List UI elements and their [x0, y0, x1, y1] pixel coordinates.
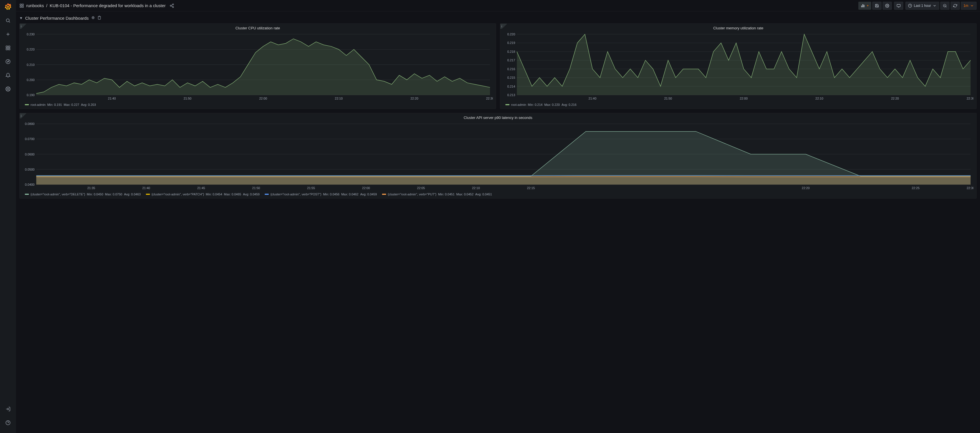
legend-name: {cluster="root-admin", verb="PATCH"}: [152, 192, 204, 196]
legend-min: Min: 0.191: [48, 103, 62, 106]
chevron-down-icon: [970, 4, 974, 8]
search-icon[interactable]: [3, 16, 13, 25]
svg-rect-16: [897, 4, 900, 6]
panel-cpu[interactable]: i Cluster CPU utilization rate 0.1900.20…: [19, 24, 496, 109]
panel-menu-icon[interactable]: i: [21, 114, 21, 117]
legend-min: Min: 0.0454: [206, 192, 222, 196]
signin-icon[interactable]: [3, 404, 13, 414]
add-panel-button[interactable]: +: [858, 2, 871, 10]
svg-text:21:50: 21:50: [664, 97, 672, 100]
svg-text:22:00: 22:00: [740, 97, 748, 100]
legend-item[interactable]: {cluster="root-admin", verb="DELETE"} Mi…: [25, 192, 141, 196]
refresh-interval-picker[interactable]: 1m: [961, 2, 977, 10]
svg-text:21:40: 21:40: [142, 186, 150, 190]
svg-rect-9: [22, 4, 24, 5]
sidebar: [0, 0, 16, 433]
row-title: Cluster Performance Dashboards: [25, 16, 89, 21]
panel-title: Cluster memory utilization rate: [500, 24, 976, 32]
svg-text:21:45: 21:45: [197, 186, 205, 190]
legend-avg: Avg: 0.216: [562, 103, 576, 106]
svg-text:22:05: 22:05: [417, 186, 425, 190]
row-settings-icon[interactable]: [91, 16, 95, 21]
time-range-picker[interactable]: Last 1 hour: [905, 2, 939, 10]
breadcrumb-folder[interactable]: runbooks: [26, 3, 44, 8]
cycle-view-button[interactable]: [894, 2, 903, 10]
svg-rect-11: [22, 6, 24, 8]
svg-point-19: [92, 17, 94, 18]
dashboard-grid-icon: [19, 3, 24, 8]
svg-text:0.200: 0.200: [27, 78, 35, 82]
legend-name: {cluster="root-admin", verb="PUT"}: [388, 192, 436, 196]
panel-api-latency[interactable]: i Cluster API server p90 latency in seco…: [19, 113, 977, 198]
legend-item[interactable]: {cluster="root-admin", verb="POST"} Min:…: [265, 192, 377, 196]
refresh-interval-label: 1m: [963, 4, 968, 8]
svg-point-14: [172, 6, 173, 8]
grafana-logo[interactable]: [3, 2, 13, 11]
alerting-icon[interactable]: [3, 71, 13, 80]
chevron-down-icon: ▾: [20, 16, 23, 21]
svg-rect-2: [9, 46, 10, 48]
panel-memory[interactable]: i Cluster memory utilization rate 0.2130…: [500, 24, 977, 109]
svg-text:0.0500: 0.0500: [25, 168, 35, 171]
svg-text:0.214: 0.214: [507, 85, 515, 88]
legend-item[interactable]: {cluster="root-admin", verb="PATCH"} Min…: [146, 192, 260, 196]
legend-swatch: [506, 104, 509, 105]
dashboards-icon[interactable]: [3, 43, 13, 52]
legend-avg: Avg: 0.0463: [124, 192, 141, 196]
time-range-label: Last 1 hour: [914, 4, 931, 8]
svg-text:0.190: 0.190: [27, 93, 35, 97]
legend-swatch: [382, 194, 386, 195]
legend-avg: Avg: 0.0459: [360, 192, 377, 196]
refresh-button[interactable]: [951, 2, 960, 10]
svg-text:21:35: 21:35: [88, 186, 95, 190]
svg-text:0.0800: 0.0800: [25, 122, 35, 125]
row-header[interactable]: ▾ Cluster Performance Dashboards: [19, 14, 977, 24]
help-icon[interactable]: [3, 418, 13, 427]
row-delete-icon[interactable]: [97, 16, 101, 21]
svg-point-15: [887, 5, 888, 6]
legend-swatch: [146, 194, 150, 195]
svg-text:21:50: 21:50: [184, 97, 192, 100]
svg-point-13: [170, 5, 171, 6]
svg-text:22:10: 22:10: [816, 97, 824, 100]
svg-text:22:00: 22:00: [259, 97, 267, 100]
panel-menu-icon[interactable]: i: [501, 25, 502, 28]
svg-text:0.210: 0.210: [27, 63, 35, 67]
svg-text:22:15: 22:15: [527, 186, 535, 190]
legend-max: Max: 0.227: [64, 103, 79, 106]
svg-text:0.219: 0.219: [507, 41, 515, 44]
plus-icon[interactable]: [3, 30, 13, 39]
breadcrumb: runbooks / KUB-0104 - Performance degrad…: [19, 3, 174, 8]
dashboard-settings-button[interactable]: [883, 2, 892, 10]
legend-swatch: [265, 194, 269, 195]
legend-avg: Avg: 0.0451: [475, 192, 492, 196]
chevron-down-icon: [932, 4, 937, 8]
legend-item[interactable]: root-admin Min: 0.214 Max: 0.220 Avg: 0.…: [506, 103, 576, 106]
save-dashboard-button[interactable]: [872, 2, 881, 10]
panel-menu-icon[interactable]: i: [21, 25, 21, 28]
svg-text:0.218: 0.218: [507, 50, 515, 53]
svg-text:0.220: 0.220: [27, 48, 35, 51]
svg-point-12: [172, 4, 173, 5]
svg-text:22:25: 22:25: [912, 186, 920, 190]
explore-icon[interactable]: [3, 57, 13, 66]
legend-avg: Avg: 0.0459: [243, 192, 260, 196]
share-icon[interactable]: [170, 3, 174, 8]
breadcrumb-title[interactable]: KUB-0104 - Performance degraded for work…: [50, 3, 165, 8]
svg-rect-8: [20, 4, 21, 5]
svg-text:22:20: 22:20: [802, 186, 810, 190]
svg-text:0.215: 0.215: [507, 76, 515, 79]
legend-min: Min: 0.0456: [323, 192, 339, 196]
legend-item[interactable]: root-admin Min: 0.191 Max: 0.227 Avg: 0.…: [25, 103, 96, 106]
svg-text:22:20: 22:20: [891, 97, 899, 100]
configuration-icon[interactable]: [3, 84, 13, 94]
svg-text:22:20: 22:20: [410, 97, 418, 100]
legend-max: Max: 0.0462: [341, 192, 359, 196]
topbar: runbooks / KUB-0104 - Performance degrad…: [16, 0, 980, 11]
legend-max: Max: 0.0452: [456, 192, 474, 196]
svg-text:0.217: 0.217: [507, 59, 515, 62]
legend-item[interactable]: {cluster="root-admin", verb="PUT"} Min: …: [382, 192, 492, 196]
svg-text:0.0400: 0.0400: [25, 183, 35, 186]
svg-point-0: [6, 19, 10, 22]
zoom-out-button[interactable]: [940, 2, 950, 10]
